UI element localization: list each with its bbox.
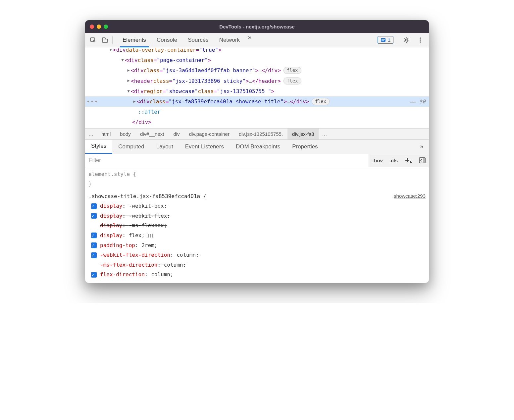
property-name[interactable]: display bbox=[100, 213, 122, 219]
svg-rect-2 bbox=[105, 39, 108, 42]
property-value[interactable]: column; bbox=[151, 271, 173, 278]
minimize-window-button[interactable] bbox=[97, 25, 101, 29]
dom-node[interactable]: ▼ <div data-overlay-container="true"> bbox=[85, 47, 429, 55]
dom-node-selected[interactable]: ••• ▶ <div class="jsx-fa8539efcca401a sh… bbox=[85, 96, 429, 107]
inspect-icon[interactable] bbox=[87, 34, 99, 46]
flex-badge[interactable]: flex bbox=[283, 67, 301, 74]
property-name[interactable]: display bbox=[100, 203, 122, 209]
tab-elements[interactable]: Elements bbox=[117, 33, 151, 47]
property-name[interactable]: -ms-flex-direction bbox=[100, 262, 157, 268]
dom-node[interactable]: ▼ <div class="page-container"> bbox=[85, 55, 429, 65]
computed-sidebar-toggle-icon[interactable] bbox=[416, 154, 429, 167]
css-property-row[interactable]: flex-direction: column; bbox=[88, 270, 426, 280]
rule-source-link[interactable]: showcase:293 bbox=[394, 191, 426, 201]
css-property-row[interactable]: display: -ms-flexbox; bbox=[88, 221, 426, 231]
element-style-selector[interactable]: element.style { bbox=[88, 169, 426, 179]
css-property-row[interactable]: display: flex; bbox=[88, 231, 426, 240]
issues-icon bbox=[381, 37, 386, 43]
dom-pseudo[interactable]: ::after bbox=[85, 107, 429, 117]
property-value[interactable]: 2rem; bbox=[141, 242, 157, 248]
new-rule-icon[interactable] bbox=[401, 154, 416, 167]
stab-styles[interactable]: Styles bbox=[85, 140, 112, 154]
property-enable-checkbox[interactable] bbox=[91, 272, 97, 278]
crumb-item[interactable]: body bbox=[115, 129, 135, 139]
property-value[interactable]: -ms-flexbox; bbox=[129, 222, 167, 229]
svg-point-7 bbox=[420, 37, 421, 39]
toolbar-separator bbox=[112, 36, 113, 44]
stab-event-listeners[interactable]: Event Listeners bbox=[179, 140, 230, 154]
stab-dom-breakpoints[interactable]: DOM Breakpoints bbox=[230, 140, 286, 154]
close-window-button[interactable] bbox=[90, 25, 94, 29]
crumb-item[interactable]: div.jsx-1325105755. bbox=[234, 129, 287, 139]
more-stabs-icon[interactable]: » bbox=[417, 142, 426, 151]
svg-point-6 bbox=[405, 39, 407, 41]
property-value[interactable]: flex; bbox=[129, 232, 145, 238]
window-controls bbox=[90, 25, 108, 29]
crumb-item[interactable]: html bbox=[97, 129, 115, 139]
crumb-overflow-right[interactable]: … bbox=[319, 131, 331, 137]
stab-layout[interactable]: Layout bbox=[150, 140, 179, 154]
kebab-menu-icon[interactable] bbox=[414, 34, 426, 46]
row-actions-icon[interactable]: ••• bbox=[86, 96, 98, 107]
main-tabs: Elements Console Sources Network » bbox=[117, 33, 254, 47]
property-value[interactable]: column; bbox=[164, 262, 186, 268]
css-property-row[interactable]: padding-top: 2rem; bbox=[88, 240, 426, 250]
flex-badge[interactable]: flex bbox=[283, 78, 301, 84]
dom-tree[interactable]: ▼ <div data-overlay-container="true"> ▼ … bbox=[85, 47, 429, 128]
svg-rect-3 bbox=[381, 38, 386, 42]
dom-node[interactable]: ▶ <header class="jsx-1931733896 sticky">… bbox=[85, 76, 429, 86]
crumb-overflow-left[interactable]: … bbox=[85, 131, 97, 137]
settings-icon[interactable] bbox=[400, 34, 412, 46]
issues-count: 1 bbox=[388, 37, 390, 43]
property-name[interactable]: -webkit-flex-direction bbox=[100, 252, 170, 258]
toolbar-right: 1 bbox=[378, 34, 429, 46]
css-property-row[interactable]: display: -webkit-box; bbox=[88, 201, 426, 211]
css-property-row[interactable]: display: -webkit-flex; bbox=[88, 211, 426, 221]
more-tabs-icon[interactable]: » bbox=[245, 33, 254, 42]
titlebar: DevTools - nextjs.org/showcase bbox=[85, 20, 429, 33]
crumb-item-selected[interactable]: div.jsx-fa8 bbox=[287, 129, 319, 139]
property-name[interactable]: flex-direction bbox=[100, 271, 145, 278]
hov-toggle[interactable]: :hov bbox=[369, 154, 386, 167]
device-toggle-icon[interactable] bbox=[99, 34, 111, 46]
crumb-item[interactable]: div bbox=[169, 129, 184, 139]
flexbox-editor-icon[interactable] bbox=[147, 233, 153, 238]
stab-properties[interactable]: Properties bbox=[286, 140, 324, 154]
dom-node-close[interactable]: </div> bbox=[85, 117, 429, 127]
tab-console[interactable]: Console bbox=[151, 33, 182, 47]
element-style-close: } bbox=[88, 179, 426, 189]
property-value[interactable]: column; bbox=[177, 252, 199, 258]
styles-filter-input[interactable] bbox=[85, 154, 369, 167]
flex-badge[interactable]: flex bbox=[312, 98, 330, 105]
svg-rect-5 bbox=[382, 40, 384, 41]
cls-toggle[interactable]: .cls bbox=[386, 154, 401, 167]
property-enable-checkbox[interactable] bbox=[91, 252, 97, 258]
property-enable-checkbox[interactable] bbox=[91, 233, 97, 238]
property-name[interactable]: display bbox=[100, 222, 122, 229]
property-value[interactable]: -webkit-box; bbox=[129, 203, 167, 209]
dom-node[interactable]: ▶ <div class="jsx-3a64d1ae4f0f7fab banne… bbox=[85, 65, 429, 76]
rule-selector[interactable]: .showcase-title.jsx-fa8539efcca401a { bbox=[88, 191, 206, 201]
selected-node-reference: == $0 bbox=[410, 96, 426, 107]
property-enable-checkbox[interactable] bbox=[91, 213, 97, 219]
crumb-item[interactable]: div#__next bbox=[135, 129, 169, 139]
crumb-item[interactable]: div.page-container bbox=[184, 129, 234, 139]
property-enable-checkbox[interactable] bbox=[91, 203, 97, 209]
property-name[interactable]: display bbox=[100, 232, 122, 238]
tab-sources[interactable]: Sources bbox=[182, 33, 214, 47]
property-enable-checkbox[interactable] bbox=[91, 242, 97, 248]
maximize-window-button[interactable] bbox=[104, 25, 108, 29]
css-property-row[interactable]: -ms-flex-direction: column; bbox=[88, 260, 426, 270]
filter-buttons: :hov .cls bbox=[369, 154, 429, 167]
property-name[interactable]: padding-top bbox=[100, 242, 135, 248]
toolbar-separator bbox=[397, 36, 397, 44]
tab-network[interactable]: Network bbox=[214, 33, 245, 47]
css-property-row[interactable]: -webkit-flex-direction: column; bbox=[88, 250, 426, 260]
styles-body: element.style { } .showcase-title.jsx-fa… bbox=[85, 167, 429, 283]
rule-header: .showcase-title.jsx-fa8539efcca401a { sh… bbox=[88, 191, 426, 201]
dom-node[interactable]: ▼ <div region="showcase" class="jsx-1325… bbox=[85, 86, 429, 96]
property-value[interactable]: -webkit-flex; bbox=[129, 213, 170, 219]
svg-point-8 bbox=[420, 39, 421, 41]
stab-computed[interactable]: Computed bbox=[112, 140, 150, 154]
issues-badge[interactable]: 1 bbox=[378, 36, 393, 44]
